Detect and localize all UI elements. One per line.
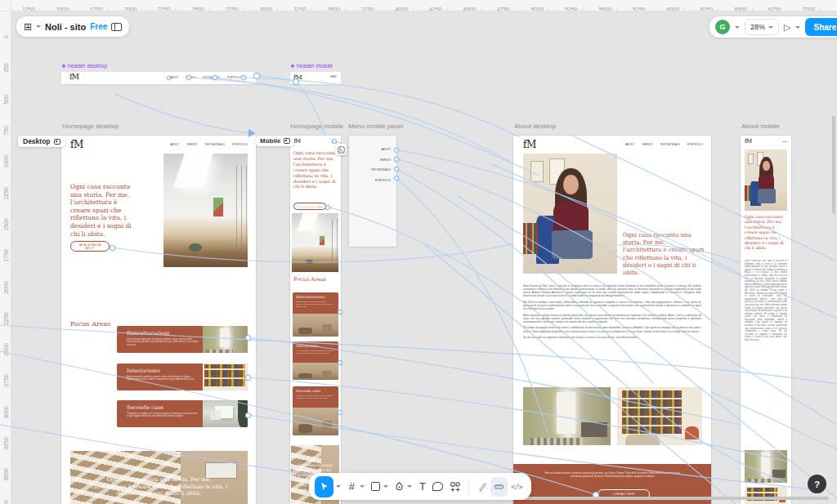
dev-mode-button[interactable] <box>490 477 508 497</box>
ruler-tick-label: 0 <box>0 21 11 52</box>
frame-label-about-mobile[interactable]: About mobile <box>741 123 780 130</box>
connector-dot[interactable] <box>293 78 299 85</box>
actions-tool-button[interactable] <box>446 476 464 497</box>
comment-tool-button[interactable] <box>430 476 446 497</box>
swap-image-badge[interactable] <box>335 144 347 155</box>
device-badge-desktop[interactable]: Desktop <box>18 136 65 147</box>
ruler-tick-label: 3750 <box>351 4 385 11</box>
frame-menu-mobile-panel[interactable]: ABOUTSERVIZITESTIMONIALSPORTFOLIO <box>349 136 396 247</box>
connector-dot[interactable] <box>338 310 342 314</box>
hero-cta-button[interactable]: VAI ALLA PAGINA ABOUT <box>293 203 326 210</box>
chevron-down-icon[interactable] <box>407 485 412 488</box>
chevron-down-icon[interactable] <box>735 26 740 29</box>
interior-photo-green-room[interactable] <box>523 387 611 445</box>
frame-label-menu-mobile-panel[interactable]: Menu mobile panel <box>348 123 404 130</box>
toggle-sidebar-icon[interactable] <box>111 23 122 31</box>
vertical-scrollbar[interactable] <box>832 116 835 214</box>
help-button[interactable]: ? <box>808 475 826 493</box>
connector-dot[interactable] <box>325 205 330 210</box>
frame-label-homepage-mobile[interactable]: Homepage mobile <box>290 123 343 130</box>
bio-paragraph: Nel 2014 ho fondato il mio studio a Barc… <box>523 301 701 310</box>
hero-cta-button[interactable]: VAI ALLA PAGINA ABOUT <box>70 241 110 252</box>
ruler-tick-label: 7000 <box>792 4 826 11</box>
bio-text: Sono Francesca Noli, nata e cresciuta in… <box>745 260 787 433</box>
code-button[interactable]: </> <box>508 476 526 497</box>
skylight <box>173 154 213 188</box>
frame-about-desktop[interactable]: fM ABOUTSERVIZITESTIMONIALSPORTFOLIO Ogn… <box>513 136 711 504</box>
component-label-header-mobile[interactable]: ❖ header mobile <box>290 63 333 69</box>
portrait-photo[interactable] <box>745 149 787 211</box>
frame-label-homepage-desktop[interactable]: Homepage desktop <box>62 123 119 130</box>
connector-dot[interactable] <box>394 167 399 172</box>
text-tool-button[interactable]: T <box>415 476 430 497</box>
focus-card[interactable]: Seconde case Trasformo le seconde case i… <box>117 400 248 427</box>
chevron-down-icon[interactable] <box>336 485 341 488</box>
shape-tool-button[interactable] <box>368 476 383 497</box>
avatar[interactable]: G <box>715 20 730 34</box>
pen-tool-button[interactable] <box>392 476 406 497</box>
share-button[interactable]: Share <box>805 18 837 36</box>
interior-photo-green-room[interactable] <box>745 450 787 483</box>
connector-dot[interactable] <box>394 157 399 162</box>
interior-photo-library[interactable] <box>745 487 787 504</box>
interior-photo-library[interactable] <box>617 387 702 445</box>
connector-dot[interactable] <box>241 75 246 80</box>
zoom-dropdown[interactable]: 28% <box>745 19 779 35</box>
card-title: Interiorismo <box>296 344 338 348</box>
chevron-down-icon[interactable] <box>360 485 365 488</box>
connector-dot[interactable] <box>167 76 171 80</box>
card-photo <box>293 314 338 337</box>
main-menu-icon[interactable]: ⊞ <box>24 22 32 32</box>
frame-homepage-mobile[interactable]: fM Ogni casa racconta una storia. Per me… <box>290 136 341 504</box>
device-badge-mobile[interactable]: Mobile <box>256 136 294 146</box>
connector-dot[interactable] <box>394 176 399 181</box>
about-headline: Ogni casa racconta una storia. Per me, l… <box>623 232 705 277</box>
focus-card[interactable]: Ristrutturazioni Dalla revisione degli s… <box>293 292 338 337</box>
focus-card[interactable]: Seconde case Trasformo le seconde case i… <box>293 386 338 435</box>
nav-link: SERVIZI <box>186 143 197 146</box>
file-toolbar: ⊞ Noli - sito Free <box>16 16 129 37</box>
frame-about-mobile[interactable]: fM MENU Ogni casa racconta una storia. P… <box>741 136 791 504</box>
ruler-tick-label: 3500 <box>317 4 351 11</box>
menu-label[interactable]: MENU <box>782 140 788 143</box>
header-desktop-component[interactable]: fM ABOUTSERVIZITESTIMONIALSPORTFOLIO <box>61 72 256 84</box>
focus-card[interactable]: Ristrutturazioni Dalla revisione degli s… <box>117 326 248 353</box>
connector-dot[interactable] <box>253 73 260 79</box>
file-name[interactable]: Noli - sito <box>45 22 86 32</box>
chevron-down-icon[interactable] <box>36 25 41 28</box>
image-icon <box>338 146 345 154</box>
plan-badge[interactable]: Free <box>90 22 107 31</box>
connector-dot[interactable] <box>394 148 399 153</box>
frame-tool-button[interactable]: # <box>344 476 359 497</box>
connector-dot[interactable] <box>338 360 342 365</box>
moodboard-photo[interactable]: Ogni casa racconta una storia. Per me, l… <box>70 451 248 504</box>
frame-label-about-desktop[interactable]: About desktop <box>514 123 556 130</box>
ruler-tick-label: 2000 <box>114 4 148 11</box>
chevron-down-icon[interactable] <box>795 26 800 29</box>
connector-dot[interactable] <box>338 410 342 415</box>
move-tool-button[interactable] <box>315 476 333 497</box>
portrait-photo[interactable] <box>523 154 617 274</box>
card-photo <box>293 408 338 435</box>
present-icon[interactable]: ▷ <box>784 23 790 32</box>
chevron-down-icon[interactable] <box>383 485 388 488</box>
site-logo: fM <box>70 139 83 150</box>
connector-dot[interactable] <box>110 245 115 251</box>
frame-homepage-desktop[interactable]: fM ABOUTSERVIZITESTIMONIALSPORTFOLIO Ogn… <box>61 136 256 504</box>
hero-photo[interactable] <box>163 154 248 267</box>
connector-dot[interactable] <box>186 75 191 80</box>
connector-dot[interactable] <box>332 139 337 144</box>
component-label-header-desktop[interactable]: ❖ header desktop <box>61 63 107 69</box>
draw-tool-button[interactable] <box>474 476 490 497</box>
connector-dot[interactable] <box>245 375 251 381</box>
focus-card[interactable]: Interiorismo Arredi, materiali e palette… <box>117 364 248 390</box>
ruler-tick-label: 1250 <box>11 4 46 11</box>
connector-dot[interactable] <box>245 335 251 341</box>
connector-dot[interactable] <box>213 75 217 80</box>
hero-photo[interactable] <box>292 213 338 272</box>
hero-headline: Ogni casa racconta una storia. Per me, l… <box>70 183 137 238</box>
ruler-tick-label: 3000 <box>249 4 284 11</box>
actions-toolbar: G 28% ▷ Share <box>709 16 837 38</box>
connector-dot[interactable] <box>245 413 251 418</box>
focus-card[interactable]: Interiorismo Arredi, materiali e palette… <box>293 341 338 380</box>
